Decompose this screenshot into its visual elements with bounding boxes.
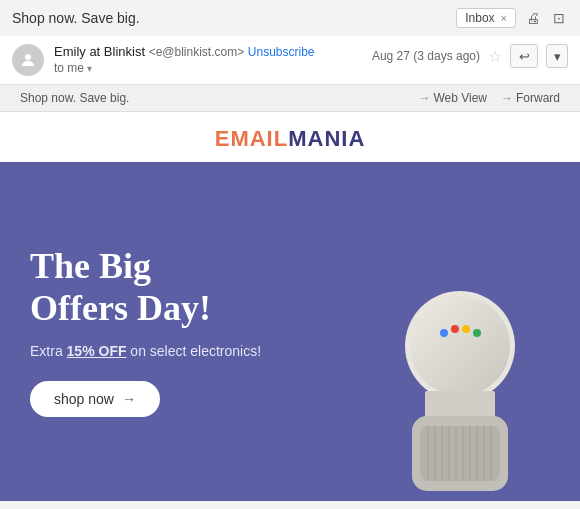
inbox-tab[interactable]: Inbox ×	[456, 8, 516, 28]
hero-text-block: The Big Offers Day! Extra 15% OFF on sel…	[30, 246, 261, 417]
shop-now-arrow-icon: →	[122, 391, 136, 407]
svg-point-5	[462, 325, 470, 333]
brand-logo: EMAILMANIA	[0, 126, 580, 152]
sender-section: Emily at Blinkist <e@blinkist.com> Unsub…	[12, 44, 315, 76]
sender-email: <e@blinkist.com>	[149, 45, 245, 59]
svg-rect-9	[420, 426, 500, 481]
more-actions-button[interactable]: ▾	[546, 44, 568, 68]
sender-info: Emily at Blinkist <e@blinkist.com> Unsub…	[54, 44, 315, 75]
hero-subtitle-suffix: on select electronics!	[126, 343, 261, 359]
close-tab-icon[interactable]: ×	[501, 12, 507, 24]
sender-name: Emily at Blinkist	[54, 44, 145, 59]
avatar	[12, 44, 44, 76]
email-viewer: Shop now. Save big. → Web View → Forward…	[0, 85, 580, 501]
email-viewer-links: → Web View → Forward	[418, 91, 560, 105]
recipients-dropdown-icon[interactable]: ▾	[87, 63, 92, 74]
web-view-link[interactable]: → Web View	[418, 91, 487, 105]
brand-email-part: EMAIL	[215, 126, 288, 151]
hero-discount: 15% OFF	[67, 343, 127, 359]
to-me-label: to me	[54, 61, 84, 75]
svg-point-3	[440, 329, 448, 337]
sender-name-line: Emily at Blinkist <e@blinkist.com> Unsub…	[54, 44, 315, 59]
hero-title-line1: The Big	[30, 246, 151, 286]
google-home-svg	[360, 261, 560, 501]
product-illustration	[360, 261, 560, 501]
hero-subtitle: Extra 15% OFF on select electronics!	[30, 343, 261, 359]
popout-icon[interactable]: ⊡	[550, 9, 568, 27]
unsubscribe-link[interactable]: Unsubscribe	[248, 45, 315, 59]
inbox-tab-label: Inbox	[465, 11, 494, 25]
hero-title: The Big Offers Day!	[30, 246, 261, 329]
title-bar: Shop now. Save big. Inbox × 🖨 ⊡	[0, 0, 580, 36]
print-icon[interactable]: 🖨	[524, 9, 542, 27]
shop-now-button[interactable]: shop now →	[30, 381, 160, 417]
svg-point-4	[451, 325, 459, 333]
email-preview-subject: Shop now. Save big.	[20, 91, 129, 105]
star-icon[interactable]: ☆	[488, 47, 502, 66]
email-subject-title: Shop now. Save big.	[12, 10, 140, 26]
email-content-area: Shop now. Save big. → Web View → Forward…	[0, 85, 580, 501]
svg-point-6	[473, 329, 481, 337]
brand-mania-part: MANIA	[288, 126, 365, 151]
to-me-line: to me ▾	[54, 61, 315, 75]
hero-title-line2: Offers Day!	[30, 288, 211, 328]
email-viewer-top-bar: Shop now. Save big. → Web View → Forward	[0, 85, 580, 112]
email-brand-header: EMAILMANIA	[0, 112, 580, 162]
svg-point-0	[25, 54, 31, 60]
shop-now-label: shop now	[54, 391, 114, 407]
svg-point-2	[410, 296, 510, 396]
forward-link[interactable]: → Forward	[501, 91, 560, 105]
hero-section: The Big Offers Day! Extra 15% OFF on sel…	[0, 162, 580, 501]
hero-subtitle-prefix: Extra	[30, 343, 67, 359]
email-actions: Aug 27 (3 days ago) ☆ ↩ ▾	[372, 44, 568, 68]
title-bar-actions: Inbox × 🖨 ⊡	[456, 8, 568, 28]
reply-button[interactable]: ↩	[510, 44, 538, 68]
email-date: Aug 27 (3 days ago)	[372, 49, 480, 63]
email-header: Emily at Blinkist <e@blinkist.com> Unsub…	[0, 36, 580, 85]
